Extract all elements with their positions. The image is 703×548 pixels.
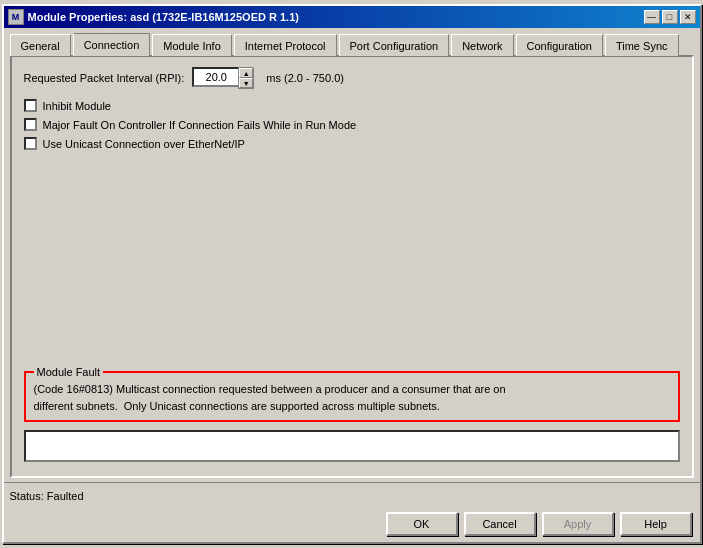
inhibit-module-checkbox[interactable] [24,99,37,112]
rpi-input-container: ▲ ▼ [192,67,254,89]
major-fault-checkbox[interactable] [24,118,37,131]
title-bar: M Module Properties: asd (1732E-IB16M125… [4,6,700,28]
status-value: Faulted [47,490,84,502]
tab-internet-protocol[interactable]: Internet Protocol [234,34,337,56]
rpi-spinner-up[interactable]: ▲ [239,68,253,78]
rpi-row: Requested Packet Interval (RPI): ▲ ▼ ms … [24,67,680,89]
module-fault-legend: Module Fault [34,366,104,378]
bottom-buttons-row: OK Cancel Apply Help [4,508,700,542]
unicast-checkbox[interactable] [24,137,37,150]
tab-network[interactable]: Network [451,34,513,56]
tab-module-info[interactable]: Module Info [152,34,231,56]
close-button[interactable]: ✕ [680,10,696,24]
tab-time-sync[interactable]: Time Sync [605,34,679,56]
window-title: Module Properties: asd (1732E-IB16M125OE… [28,11,299,23]
module-fault-box: Module Fault (Code 16#0813) Multicast co… [24,371,680,422]
status-label: Status: [10,490,44,502]
rpi-unit: ms (2.0 - 750.0) [266,72,344,84]
status-bar: Status: Faulted [4,482,700,508]
spacer [24,156,680,371]
cancel-button[interactable]: Cancel [464,512,536,536]
rpi-spinner-down[interactable]: ▼ [239,78,253,88]
bottom-empty-panel [24,430,680,462]
minimize-button[interactable]: — [644,10,660,24]
unicast-row: Use Unicast Connection over EtherNet/IP [24,137,680,150]
help-button[interactable]: Help [620,512,692,536]
module-properties-window: M Module Properties: asd (1732E-IB16M125… [2,4,702,544]
unicast-label: Use Unicast Connection over EtherNet/IP [43,138,245,150]
major-fault-row: Major Fault On Controller If Connection … [24,118,680,131]
tab-configuration[interactable]: Configuration [516,34,603,56]
inhibit-module-row: Inhibit Module [24,99,680,112]
title-bar-left: M Module Properties: asd (1732E-IB16M125… [8,9,299,25]
status-text: Status: Faulted [10,490,694,502]
window-body: General Connection Module Info Internet … [4,28,700,482]
rpi-input[interactable] [192,67,238,87]
connection-tab-panel: Requested Packet Interval (RPI): ▲ ▼ ms … [10,55,694,478]
rpi-label: Requested Packet Interval (RPI): [24,72,185,84]
tab-bar: General Connection Module Info Internet … [10,32,694,55]
apply-button[interactable]: Apply [542,512,614,536]
tab-port-configuration[interactable]: Port Configuration [339,34,450,56]
maximize-button[interactable]: □ [662,10,678,24]
window-icon: M [8,9,24,25]
rpi-spinners: ▲ ▼ [238,67,254,89]
major-fault-label: Major Fault On Controller If Connection … [43,119,357,131]
tab-connection[interactable]: Connection [73,33,151,56]
inhibit-module-label: Inhibit Module [43,100,112,112]
ok-button[interactable]: OK [386,512,458,536]
title-buttons: — □ ✕ [644,10,696,24]
tab-general[interactable]: General [10,34,71,56]
module-fault-text: (Code 16#0813) Multicast connection requ… [34,379,670,414]
